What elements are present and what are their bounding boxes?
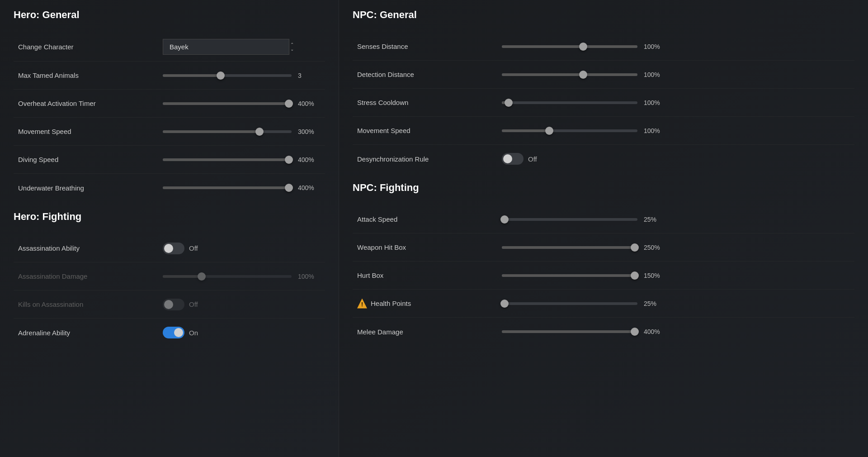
movement-speed-npc-label: Movement Speed [357,127,502,134]
hurt-box-thumb[interactable] [631,271,639,280]
adrenaline-ability-label: Adrenaline Ability [18,329,163,337]
max-tamed-animals-fill [163,74,221,77]
adrenaline-ability-toggle-wrapper: On [163,327,198,338]
kills-on-assassination-row: Kills on Assassination Off [14,290,325,319]
change-character-label: Change Character [18,43,163,51]
assassination-ability-toggle[interactable] [163,243,184,254]
movement-speed-hero-control: 300% [163,128,321,135]
overheat-fill [163,102,292,105]
npc-fighting-section: NPC: Fighting Attack Speed 25% Weapon Hi… [353,182,854,346]
underwater-breathing-track[interactable] [163,186,292,189]
kills-on-assassination-toggle-wrapper: Off [163,299,198,310]
overheat-value: 400% [298,100,321,107]
attack-speed-label: Attack Speed [357,215,502,223]
weapon-hit-box-label: Weapon Hit Box [357,243,502,251]
stress-cooldown-label: Stress Cooldown [357,99,502,106]
attack-speed-thumb[interactable] [500,215,509,224]
assassination-ability-knob [164,244,173,253]
overheat-activation-timer-row: Overheat Activation Timer 400% [14,90,325,118]
desync-rule-knob [503,154,512,163]
melee-damage-control: 400% [502,328,850,335]
adrenaline-ability-toggle[interactable] [163,327,184,338]
max-tamed-animals-row: Max Tamed Animals 3 [14,62,325,90]
attack-speed-value: 25% [644,216,666,223]
senses-distance-row: Senses Distance 100% [353,33,854,61]
detection-distance-thumb[interactable] [579,71,587,79]
underwater-breathing-label: Underwater Breathing [18,184,163,192]
movement-speed-npc-track[interactable] [502,129,637,132]
movement-speed-hero-track[interactable] [163,130,292,133]
desync-rule-toggle-wrapper: Off [502,153,537,165]
senses-distance-thumb[interactable] [579,43,587,51]
movement-speed-npc-thumb[interactable] [545,127,553,135]
health-points-track[interactable] [502,302,637,305]
right-panel: NPC: General Senses Distance 100% Detect… [339,0,868,457]
health-points-value: 25% [644,300,666,307]
underwater-breathing-value: 400% [298,184,321,191]
kills-on-assassination-toggle[interactable] [163,299,184,310]
desync-rule-toggle[interactable] [502,153,524,165]
movement-speed-npc-value: 100% [644,127,666,134]
left-panel: Hero: General Change Character Bayek Aya… [0,0,339,457]
senses-distance-track[interactable] [502,45,637,48]
kills-on-assassination-knob [164,300,173,309]
hurt-box-value: 150% [644,272,666,279]
stress-cooldown-control: 100% [502,99,850,106]
change-character-row: Change Character Bayek Aya [14,33,325,62]
desync-rule-label: Desynchronization Rule [357,155,502,163]
weapon-hit-box-value: 250% [644,244,666,251]
underwater-breathing-row: Underwater Breathing 400% [14,174,325,202]
desync-rule-row: Desynchronization Rule Off [353,145,854,173]
movement-speed-hero-row: Movement Speed 300% [14,118,325,146]
hero-general-title: Hero: General [14,9,325,24]
detection-distance-track[interactable] [502,73,637,76]
overheat-activation-timer-label: Overheat Activation Timer [18,100,163,107]
movement-speed-hero-thumb[interactable] [255,128,264,136]
movement-speed-hero-label: Movement Speed [18,128,163,135]
melee-damage-thumb[interactable] [631,328,639,336]
diving-speed-thumb[interactable] [285,156,293,164]
hurt-box-fill [502,274,637,277]
overheat-thumb[interactable] [285,100,293,108]
max-tamed-animals-track[interactable] [163,74,292,77]
desync-rule-control: Off [502,153,850,165]
hero-fighting-title: Hero: Fighting [14,211,325,226]
movement-speed-npc-row: Movement Speed 100% [353,117,854,145]
max-tamed-animals-label: Max Tamed Animals [18,71,163,79]
adrenaline-ability-control: On [163,327,321,338]
hurt-box-label: Hurt Box [357,271,502,279]
underwater-breathing-thumb[interactable] [285,184,293,192]
assassination-ability-row: Assassination Ability Off [14,234,325,262]
adrenaline-ability-knob [174,328,183,337]
npc-general-section: NPC: General Senses Distance 100% Detect… [353,9,854,173]
hero-general-section: Hero: General Change Character Bayek Aya… [14,9,325,202]
overheat-activation-timer-track[interactable] [163,102,292,105]
assassination-damage-thumb[interactable] [198,272,206,281]
overheat-activation-timer-control: 400% [163,100,321,107]
melee-damage-track[interactable] [502,330,637,333]
weapon-hit-box-track[interactable] [502,246,637,249]
adrenaline-ability-row: Adrenaline Ability On [14,319,325,347]
diving-speed-value: 400% [298,156,321,163]
change-character-dropdown-wrapper[interactable]: Bayek Aya [163,39,298,55]
attack-speed-track[interactable] [502,218,637,221]
senses-distance-label: Senses Distance [357,43,502,50]
npc-general-title: NPC: General [353,9,854,24]
health-points-warning-icon [357,299,367,309]
health-points-label-text: Health Points [371,300,411,307]
diving-speed-track[interactable] [163,158,292,161]
change-character-dropdown[interactable]: Bayek Aya [163,39,289,55]
adrenaline-ability-toggle-label: On [189,329,198,337]
health-points-thumb[interactable] [500,300,509,308]
health-points-row: Health Points 25% [353,290,854,318]
weapon-hit-box-row: Weapon Hit Box 250% [353,233,854,262]
change-character-control: Bayek Aya [163,39,321,55]
health-points-label: Health Points [357,299,502,309]
assassination-damage-track[interactable] [163,275,292,278]
stress-cooldown-track[interactable] [502,101,637,104]
underwater-breathing-control: 400% [163,184,321,191]
stress-cooldown-thumb[interactable] [505,99,513,107]
weapon-hit-box-thumb[interactable] [631,243,639,252]
hurt-box-track[interactable] [502,274,637,277]
max-tamed-animals-thumb[interactable] [217,71,225,80]
